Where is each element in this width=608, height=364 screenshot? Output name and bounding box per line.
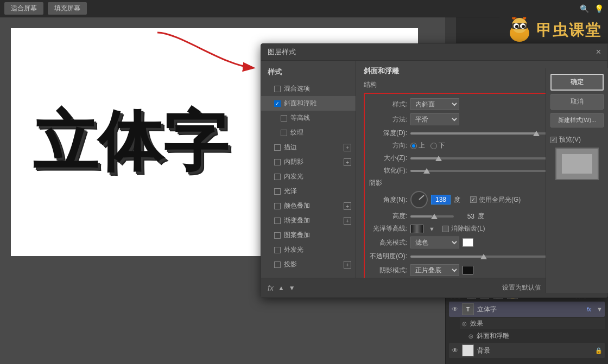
dir-up-radio[interactable]: [410, 143, 417, 149]
layer-expand-btn[interactable]: ▼: [597, 306, 603, 312]
highlight-color-swatch[interactable]: [463, 238, 473, 247]
preview-area: 预览(V): [550, 135, 604, 183]
left-panel: 样式 混合选项 斜面和浮雕 等高线 纹理 描边 +: [261, 61, 356, 278]
layer-row-text[interactable]: 👁 T 立体字 fx ▼: [449, 302, 605, 317]
style-item-outer-glow[interactable]: 外发光: [261, 242, 356, 257]
color-overlay-label: 颜色叠加: [284, 201, 310, 210]
altitude-slider[interactable]: [410, 215, 454, 218]
brand-name: 甲虫课堂: [536, 20, 601, 41]
dialog-titlebar: 图层样式 ×: [261, 44, 607, 61]
angle-indicator: [419, 195, 424, 200]
inner-glow-checkbox: [274, 174, 281, 180]
fill-screen-btn[interactable]: 填充屏幕: [48, 2, 87, 15]
shadow-color-swatch[interactable]: [463, 266, 473, 274]
stroke-plus-btn[interactable]: +: [344, 144, 351, 151]
style-item-blend[interactable]: 混合选项: [261, 81, 356, 96]
fx-down-btn[interactable]: ▼: [289, 284, 295, 292]
bevel-label: 斜面和浮雕: [284, 99, 316, 108]
brand-area: 甲虫课堂: [456, 17, 608, 43]
shadow-mode-select[interactable]: 正片叠底: [410, 264, 459, 276]
anti-alias-row: 消除锯齿(L): [442, 224, 485, 233]
anti-alias-checkbox[interactable]: [442, 226, 449, 232]
style-item-color-overlay[interactable]: 颜色叠加 +: [261, 199, 356, 213]
size-label: 大小(Z):: [369, 154, 407, 163]
texture-label: 纹理: [290, 128, 303, 137]
fit-screen-btn[interactable]: 适合屏幕: [4, 2, 43, 15]
style-item-stroke[interactable]: 描边 +: [261, 140, 356, 155]
bevel-sub-icon: ◎: [468, 333, 473, 339]
preview-swatch: [555, 148, 599, 180]
highlight-mode-select[interactable]: 滤色: [410, 237, 459, 248]
gradient-overlay-checkbox: [274, 218, 281, 224]
global-light-checkbox[interactable]: [470, 196, 477, 203]
color-overlay-plus-btn[interactable]: +: [344, 202, 351, 210]
outer-glow-label: 外发光: [284, 245, 303, 254]
method-select[interactable]: 平滑: [410, 113, 459, 125]
style-item-inner-shadow[interactable]: 内阴影 +: [261, 155, 356, 169]
layer-lock-icon: 🔒: [595, 347, 603, 354]
method-field-label: 方法:: [369, 115, 407, 124]
dialog-title: 图层样式: [268, 47, 296, 57]
pattern-overlay-label: 图案叠加: [284, 231, 310, 240]
drop-shadow-plus-btn[interactable]: +: [344, 261, 351, 269]
gloss-dropdown-arrow[interactable]: ▼: [429, 226, 435, 232]
style-item-gradient-overlay[interactable]: 渐变叠加 +: [261, 213, 356, 228]
search-icon[interactable]: 🔍: [580, 4, 589, 13]
layer-fx-text: fx: [587, 306, 592, 312]
fx-up-btn[interactable]: ▲: [278, 284, 284, 292]
size-slider[interactable]: [410, 157, 558, 159]
preview-label: 预览(V): [559, 135, 581, 144]
preview-inner: [562, 154, 592, 174]
fx-icons: fx ▲ ▼: [268, 284, 295, 292]
angle-dial[interactable]: [410, 191, 428, 208]
inner-shadow-plus-btn[interactable]: +: [344, 158, 351, 166]
fx-icon: fx: [268, 284, 274, 292]
dir-up-label: 上: [419, 141, 425, 150]
depth-slider[interactable]: [410, 132, 560, 135]
right-actions-panel: 确定 取消 新建样式(W)... 预览(V): [546, 68, 608, 293]
angle-input[interactable]: 138: [431, 195, 451, 205]
set-default-btn[interactable]: 设置为默认值: [502, 283, 541, 292]
soften-slider[interactable]: [410, 170, 558, 172]
dir-down-option[interactable]: 下: [430, 141, 445, 150]
effects-icon: ◎: [462, 321, 467, 327]
soften-label: 软化(F):: [369, 166, 407, 175]
style-item-inner-glow[interactable]: 内发光: [261, 169, 356, 184]
style-item-contour[interactable]: 等高线: [261, 111, 356, 125]
global-light-row: 使用全局光(G): [470, 195, 521, 205]
style-select[interactable]: 内斜面: [410, 98, 459, 110]
layer-row-bg[interactable]: 👁 背景 🔒: [449, 343, 605, 358]
gloss-swatch[interactable]: [410, 225, 423, 233]
gloss-label: 光泽等高线:: [369, 224, 407, 233]
dir-up-option[interactable]: 上: [410, 141, 425, 150]
anti-alias-label: 消除锯齿(L): [451, 224, 485, 233]
preview-checkbox[interactable]: [550, 137, 557, 143]
dialog-close-btn[interactable]: ×: [596, 47, 601, 57]
left-panel-title: 样式: [261, 65, 356, 81]
style-item-bevel[interactable]: 斜面和浮雕: [261, 96, 356, 111]
angle-unit: 度: [454, 195, 465, 205]
style-item-gloss[interactable]: 光泽: [261, 184, 356, 199]
gloss-checkbox: [274, 188, 281, 195]
blend-label: 混合选项: [284, 84, 310, 93]
ok-btn[interactable]: 确定: [550, 74, 604, 91]
direction-label: 方向:: [369, 141, 407, 150]
dir-down-radio[interactable]: [430, 143, 437, 149]
style-item-pattern-overlay[interactable]: 图案叠加: [261, 228, 356, 242]
opacity-o-slider[interactable]: [410, 256, 560, 258]
angle-label: 角度(N):: [369, 195, 407, 205]
style-item-texture[interactable]: 纹理: [261, 125, 356, 140]
eye-icon-bg[interactable]: 👁: [451, 347, 459, 354]
gradient-overlay-plus-btn[interactable]: +: [344, 217, 351, 225]
cancel-btn[interactable]: 取消: [550, 94, 604, 110]
layer-thumb-bg: [462, 344, 474, 356]
inner-shadow-label: 内阴影: [284, 157, 303, 167]
eye-icon-text[interactable]: 👁: [451, 305, 459, 313]
style-item-drop-shadow[interactable]: 投影 +: [261, 257, 356, 272]
stroke-checkbox: [274, 144, 281, 151]
gradient-overlay-label: 渐变叠加: [284, 216, 310, 225]
new-style-btn[interactable]: 新建样式(W)...: [550, 113, 604, 127]
layer-effects-sub: ◎ 效果: [460, 318, 605, 329]
svg-point-6: [522, 25, 525, 28]
bulb-icon[interactable]: 💡: [594, 4, 604, 13]
